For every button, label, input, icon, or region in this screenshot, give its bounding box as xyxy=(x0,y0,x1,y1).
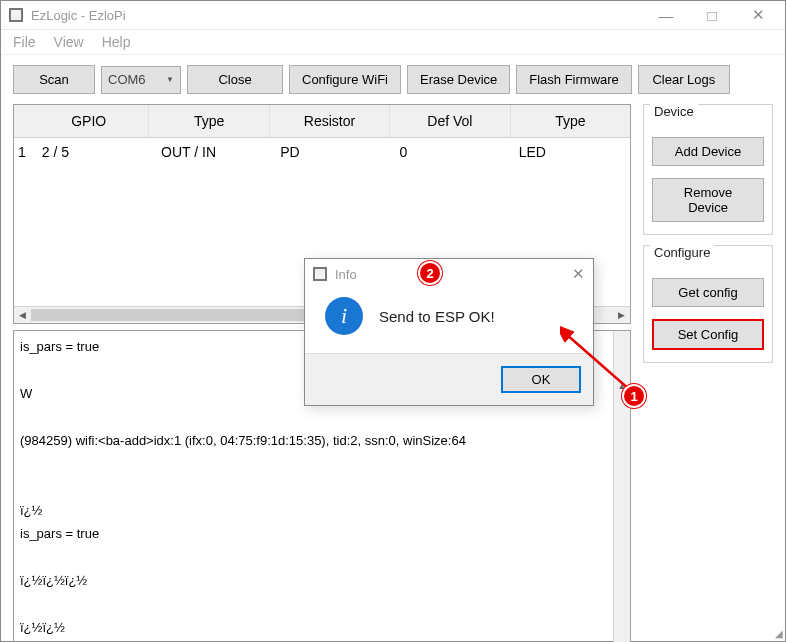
cell-index: 1 xyxy=(14,144,34,160)
dialog-ok-button[interactable]: OK xyxy=(501,366,581,393)
add-device-button[interactable]: Add Device xyxy=(652,137,764,166)
minimize-button[interactable]: ― xyxy=(643,1,689,29)
clear-logs-button[interactable]: Clear Logs xyxy=(638,65,730,94)
remove-device-button[interactable]: Remove Device xyxy=(652,178,764,222)
menu-view[interactable]: View xyxy=(54,34,84,50)
set-config-button[interactable]: Set Config xyxy=(652,319,764,350)
cell-resistor: PD xyxy=(272,144,391,160)
close-button[interactable]: ✕ xyxy=(735,1,781,29)
scroll-left-icon[interactable]: ◀ xyxy=(14,307,31,324)
dialog-title: Info xyxy=(335,267,357,282)
col-type: Type xyxy=(149,105,269,137)
dialog-close-button[interactable]: ✕ xyxy=(572,265,585,283)
menubar: File View Help xyxy=(1,30,785,54)
titlebar: EzLogic - EzloPi ― □ ✕ xyxy=(1,1,785,30)
menu-file[interactable]: File xyxy=(13,34,36,50)
maximize-button[interactable]: □ xyxy=(689,1,735,29)
info-dialog: Info ✕ i Send to ESP OK! OK xyxy=(304,258,594,406)
table-row[interactable]: 1 2 / 5 OUT / IN PD 0 LED xyxy=(14,138,630,166)
chevron-down-icon: ▼ xyxy=(166,75,174,84)
log-vscrollbar[interactable]: ▲ ▼ xyxy=(613,331,630,642)
configure-wifi-button[interactable]: Configure WiFi xyxy=(289,65,401,94)
toolbar: Scan COM6 ▼ Close Configure WiFi Erase D… xyxy=(1,54,785,104)
col-gpio: GPIO xyxy=(29,105,149,137)
com-port-value: COM6 xyxy=(108,72,166,87)
dialog-app-icon xyxy=(313,267,327,281)
resize-grip-icon[interactable]: ◢ xyxy=(775,628,783,639)
window-title: EzLogic - EzloPi xyxy=(31,8,126,23)
col-defvol: Def Vol xyxy=(390,105,510,137)
configure-panel-title: Configure xyxy=(650,245,714,260)
close-port-button[interactable]: Close xyxy=(187,65,283,94)
annotation-step-1: 1 xyxy=(622,384,646,408)
get-config-button[interactable]: Get config xyxy=(652,278,764,307)
app-icon xyxy=(9,8,23,22)
col-resistor: Resistor xyxy=(270,105,390,137)
scroll-right-icon[interactable]: ▶ xyxy=(613,307,630,324)
scan-button[interactable]: Scan xyxy=(13,65,95,94)
info-icon: i xyxy=(325,297,363,335)
menu-help[interactable]: Help xyxy=(102,34,131,50)
cell-devtype: LED xyxy=(511,144,630,160)
annotation-step-2: 2 xyxy=(418,261,442,285)
dialog-message: Send to ESP OK! xyxy=(379,308,495,325)
cell-gpio: 2 / 5 xyxy=(34,144,153,160)
cell-defvol: 0 xyxy=(392,144,511,160)
col-index xyxy=(14,105,29,137)
flash-firmware-button[interactable]: Flash Firmware xyxy=(516,65,632,94)
device-panel-title: Device xyxy=(650,104,698,119)
cell-type: OUT / IN xyxy=(153,144,272,160)
device-panel: Device Add Device Remove Device xyxy=(643,104,773,235)
com-port-select[interactable]: COM6 ▼ xyxy=(101,66,181,94)
configure-panel: Configure Get config Set Config xyxy=(643,245,773,363)
col-devtype: Type xyxy=(511,105,630,137)
erase-device-button[interactable]: Erase Device xyxy=(407,65,510,94)
